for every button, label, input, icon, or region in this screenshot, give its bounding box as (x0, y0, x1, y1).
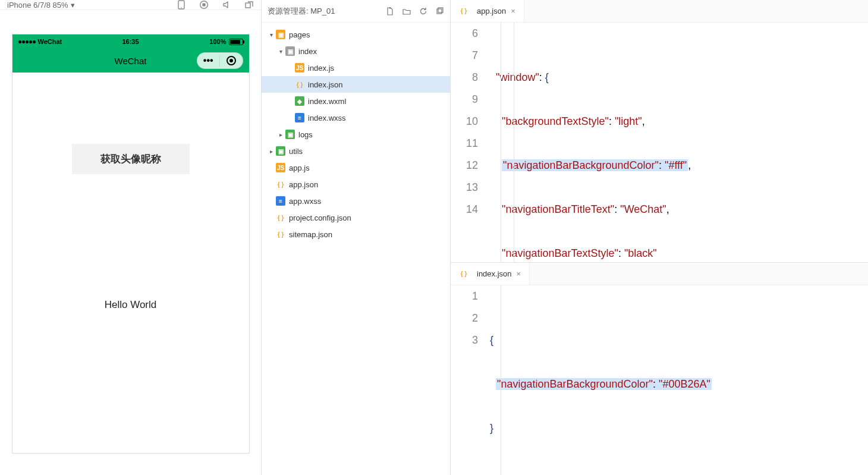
tree-label: app.wxss (289, 197, 321, 206)
tree-file-index-wxml[interactable]: ◆ index.wxml (262, 93, 450, 109)
json-icon: { } (276, 229, 285, 239)
editor-top: { } app.json × 67891011121314 "window": … (451, 0, 868, 263)
device-selector[interactable]: iPhone 6/7/8 85% ▾ (7, 1, 169, 10)
json-icon: { } (276, 213, 285, 222)
close-icon[interactable]: × (511, 7, 515, 15)
device-label: iPhone 6/7/8 85% (7, 1, 68, 10)
editor-area: { } app.json × 67891011121314 "window": … (451, 0, 868, 475)
svg-point-1 (181, 7, 182, 8)
detach-icon[interactable] (244, 0, 254, 10)
mute-icon[interactable] (222, 0, 231, 10)
tab-bar: { } index.json × (451, 263, 868, 285)
explorer-panel: 资源管理器: MP_01 ▾ ▣ pages ▾ ▣ index JS inde (262, 0, 451, 475)
json-icon: { } (459, 269, 468, 279)
tree-label: index.json (308, 80, 343, 89)
json-icon: { } (276, 180, 285, 189)
simulator-toolbar: iPhone 6/7/8 85% ▾ (0, 0, 261, 10)
capsule-close-icon[interactable] (220, 56, 243, 65)
folder-icon: ▣ (285, 130, 295, 139)
tree-file-app-wxss[interactable]: ≡ app.wxss (262, 193, 450, 209)
folder-icon: ▣ (285, 46, 295, 56)
tree-file-project-config[interactable]: { } project.config.json (262, 209, 450, 226)
phone-screen: WeChat 16:35 100% WeChat ••• (12, 34, 250, 454)
capsule: ••• (197, 52, 243, 69)
folder-icon: ▣ (276, 146, 285, 156)
tree-folder-utils[interactable]: ▸ ▣ utils (262, 143, 450, 159)
tree-folder-index[interactable]: ▾ ▣ index (262, 43, 450, 59)
tree-label: index (298, 47, 317, 56)
tree-file-index-json[interactable]: { } index.json (262, 76, 450, 93)
svg-rect-4 (246, 3, 250, 8)
gutter: 67891011121314 (451, 23, 488, 262)
folder-icon: ▣ (276, 30, 285, 39)
statusbar: WeChat 16:35 100% (12, 34, 249, 49)
device-icon[interactable] (177, 0, 186, 10)
stop-icon[interactable] (199, 0, 209, 10)
battery-pct: 100% (209, 38, 226, 45)
tree-label: logs (298, 130, 313, 139)
capsule-menu-icon[interactable]: ••• (197, 55, 221, 66)
nav-title: WeChat (115, 56, 147, 66)
explorer-header: 资源管理器: MP_01 (262, 0, 450, 23)
new-folder-icon[interactable] (402, 7, 411, 15)
tree-label: index.js (308, 64, 334, 73)
tree-label: project.config.json (289, 213, 351, 222)
hello-text: Hello World (105, 299, 157, 311)
tree-label: utils (289, 147, 303, 156)
refresh-icon[interactable] (419, 7, 427, 15)
editor-bottom: { } index.json × 123 { "navigationBarBac… (451, 263, 868, 475)
simulator-panel: iPhone 6/7/8 85% ▾ WeChat 16:35 (0, 0, 262, 475)
tab-label: app.json (477, 7, 506, 15)
wifi-icon (64, 39, 71, 45)
code-view[interactable]: 123 { "navigationBarBackgroundColor": "#… (451, 285, 868, 475)
close-icon[interactable]: × (517, 269, 521, 278)
chevron-down-icon: ▾ (276, 48, 285, 55)
chevron-down-icon: ▾ (71, 1, 75, 10)
tree-label: pages (289, 30, 310, 39)
tree-file-index-js[interactable]: JS index.js (262, 59, 450, 76)
tree-label: sitemap.json (289, 230, 332, 239)
gutter: 123 (451, 285, 488, 475)
phone-frame: WeChat 16:35 100% WeChat ••• (0, 10, 261, 475)
tree-folder-pages[interactable]: ▾ ▣ pages (262, 26, 450, 43)
tab-bar: { } app.json × (451, 0, 868, 23)
tree-folder-logs[interactable]: ▸ ▣ logs (262, 126, 450, 143)
tree-file-app-js[interactable]: JS app.js (262, 159, 450, 176)
code-view[interactable]: 67891011121314 "window": { "backgroundTe… (451, 23, 868, 262)
code-content: "window": { "backgroundTextStyle": "ligh… (488, 23, 868, 262)
chevron-down-icon: ▾ (266, 32, 276, 38)
json-icon: { } (295, 80, 304, 89)
tab-index-json[interactable]: { } index.json × (451, 263, 530, 285)
explorer-title: 资源管理器: MP_01 (268, 6, 381, 17)
new-file-icon[interactable] (386, 7, 394, 15)
tab-app-json[interactable]: { } app.json × (451, 0, 524, 22)
chevron-right-icon: ▸ (266, 148, 276, 155)
json-icon: { } (459, 7, 468, 16)
wxml-icon: ◆ (295, 96, 304, 106)
wxss-icon: ≡ (276, 196, 285, 206)
carrier-label: WeChat (38, 38, 62, 45)
js-icon: JS (276, 163, 285, 172)
wxss-icon: ≡ (295, 113, 304, 122)
signal-icon (18, 40, 36, 43)
chevron-right-icon: ▸ (276, 131, 285, 138)
battery-icon (229, 39, 243, 45)
tree-label: index.wxss (308, 114, 346, 122)
svg-rect-6 (438, 8, 443, 12)
tree-label: index.wxml (308, 97, 346, 106)
code-content: { "navigationBarBackgroundColor": "#00B2… (488, 285, 868, 475)
tab-label: index.json (477, 269, 512, 278)
js-icon: JS (295, 63, 304, 73)
sim-page: 获取头像昵称 Hello World (12, 73, 249, 453)
collapse-icon[interactable] (436, 7, 444, 15)
tree-label: app.json (289, 180, 318, 189)
file-tree: ▾ ▣ pages ▾ ▣ index JS index.js { } inde… (262, 23, 450, 246)
clock-label: 16:35 (93, 38, 168, 45)
svg-rect-3 (203, 4, 206, 7)
tree-file-sitemap[interactable]: { } sitemap.json (262, 226, 450, 243)
tree-file-app-json[interactable]: { } app.json (262, 176, 450, 193)
tree-file-index-wxss[interactable]: ≡ index.wxss (262, 109, 450, 126)
tree-label: app.js (289, 163, 310, 172)
get-avatar-button[interactable]: 获取头像昵称 (72, 144, 190, 174)
svg-rect-5 (437, 9, 442, 14)
